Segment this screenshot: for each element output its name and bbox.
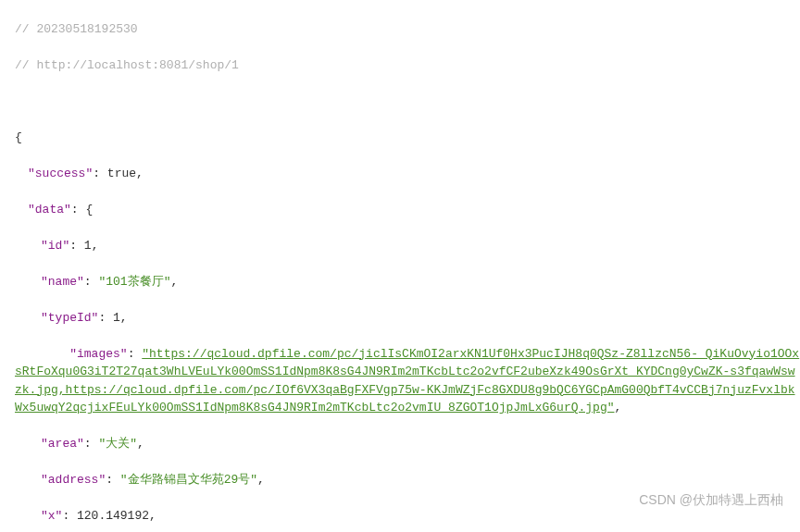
blank-line bbox=[15, 93, 800, 111]
comment-timestamp: // 20230518192530 bbox=[15, 20, 800, 39]
field-name: "name": "101茶餐厅", bbox=[15, 273, 800, 291]
field-id: "id": 1, bbox=[15, 237, 800, 255]
field-images: "images": "https://qcloud.dpfile.com/pc/… bbox=[15, 345, 800, 417]
field-typeId: "typeId": 1, bbox=[15, 309, 800, 328]
brace-open-root: { bbox=[15, 129, 800, 147]
field-data: "data": { bbox=[15, 201, 800, 219]
field-area: "area": "大关", bbox=[15, 435, 800, 453]
field-x: "x": 120.149192, bbox=[15, 507, 800, 526]
field-success: "success": true, bbox=[15, 165, 800, 183]
field-address: "address": "金华路锦昌文华苑29号", bbox=[15, 471, 800, 489]
json-response-block: // 20230518192530 // http://localhost:80… bbox=[0, 0, 800, 532]
comment-url: // http://localhost:8081/shop/1 bbox=[15, 56, 800, 75]
